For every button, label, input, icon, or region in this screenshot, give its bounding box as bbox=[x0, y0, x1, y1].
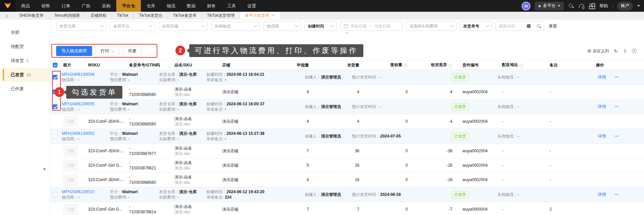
order-number-link[interactable]: MFH2406120010 bbox=[62, 190, 94, 194]
brand-logo[interactable] bbox=[0, 0, 15, 12]
filter-time-type-select[interactable]: 创建时间 bbox=[305, 21, 337, 31]
filter-warehouse-select[interactable]: 发货仓库 bbox=[56, 21, 107, 31]
chevron-down-icon bbox=[558, 5, 560, 7]
headset-support-icon[interactable] bbox=[578, 3, 585, 9]
detail-link[interactable]: 详情 bbox=[598, 133, 606, 139]
collapse-filters-caret-icon[interactable]: ▲ bbox=[346, 31, 349, 34]
tab-multiplatform-shipping-active[interactable]: 多平台发货单 × bbox=[240, 12, 280, 19]
more-actions-icon[interactable]: ⋯ bbox=[615, 192, 619, 197]
select-all-checkbox[interactable] bbox=[53, 63, 57, 67]
info-icon[interactable]: ? bbox=[403, 64, 408, 68]
search-button[interactable] bbox=[534, 22, 544, 31]
sidebar-item-all[interactable]: 全部 bbox=[0, 25, 50, 40]
filter-order-no-select[interactable]: 发货单号 bbox=[460, 21, 492, 31]
chevron-down-icon[interactable] bbox=[637, 5, 640, 7]
refresh-icon[interactable]: ↻ bbox=[614, 48, 618, 54]
search-input[interactable] bbox=[496, 24, 526, 29]
filter-label: 请选择头程费用 bbox=[409, 23, 438, 29]
sidebar-item-voided[interactable]: 已作废 bbox=[0, 82, 50, 96]
nav-item[interactable]: 物流 bbox=[161, 0, 181, 12]
ai-assistant-button[interactable]: AI bbox=[522, 2, 530, 10]
tab-tiktok-stock[interactable]: TikTok备货单 bbox=[168, 12, 202, 19]
row-checkbox[interactable] bbox=[53, 134, 57, 139]
close-icon[interactable]: × bbox=[272, 13, 275, 18]
shipped-qty: 7 bbox=[312, 207, 362, 212]
diff-qty: -26 bbox=[410, 163, 455, 168]
customize-columns-button[interactable]: ⚙ 自定义列 bbox=[587, 48, 609, 54]
diff-qty: -7 bbox=[410, 207, 455, 212]
sidebar-item-to-ship[interactable]: 待发货 5 bbox=[0, 54, 50, 68]
detail-link[interactable]: 详情 bbox=[598, 192, 606, 198]
col-header-name-sku: 品名/SKU bbox=[168, 62, 215, 68]
nav-item[interactable]: 订单 bbox=[56, 0, 76, 12]
tab-tiktok-delivery[interactable]: TikTok送货管理 bbox=[202, 12, 240, 19]
order-number-link[interactable]: MFH2406130005 bbox=[62, 102, 94, 106]
col-header-remark: 备注 bbox=[548, 62, 595, 68]
order-group-row: MFH2406120010物流商：- 平台：Walmart预估费用: - 发货仓… bbox=[50, 187, 644, 202]
filter-platform-select[interactable]: 全部平台 bbox=[110, 21, 155, 31]
more-actions-icon[interactable]: ⋯ bbox=[615, 75, 619, 79]
nav-item[interactable]: 财务 bbox=[201, 0, 222, 12]
filter-first-leg-select[interactable]: 头程物流 bbox=[211, 21, 260, 31]
info-icon[interactable]: ? bbox=[448, 64, 452, 68]
date-range-picker[interactable]: 开始日期 ~ 结束日期 bbox=[340, 21, 403, 31]
reset-button[interactable]: 重置 bbox=[549, 23, 557, 29]
chevron-down-icon bbox=[486, 23, 489, 27]
address-cell: - bbox=[500, 177, 548, 182]
filter-provider-select[interactable]: 物流商 bbox=[264, 21, 301, 31]
msku-cell: 323-ComF-3DHX-... bbox=[82, 119, 126, 124]
tab-temu-profit[interactable]: Temu利润报表 bbox=[49, 12, 85, 19]
download-icon[interactable]: ⇩ bbox=[623, 48, 627, 54]
declared-qty: 5 bbox=[265, 163, 312, 168]
nav-item[interactable]: 工具 bbox=[222, 0, 242, 12]
nav-item[interactable]: 广告 bbox=[76, 0, 96, 12]
nav-item[interactable]: 采购 bbox=[96, 0, 116, 12]
shop-cell: 演示店铺 bbox=[215, 177, 265, 183]
tab-tiktok[interactable]: TikTok bbox=[112, 12, 133, 19]
sku-row: 无图 323-ComF-Girl G... -710303876614 演示-品… bbox=[50, 202, 644, 215]
tab-shein-stock[interactable]: SHEIN备货单 bbox=[14, 12, 49, 19]
chevron-down-icon bbox=[100, 23, 104, 27]
declared-qty: 4 bbox=[265, 119, 312, 124]
help-icon[interactable]: ? bbox=[632, 49, 637, 53]
diff-qty: -36 bbox=[410, 149, 455, 153]
info-icon[interactable]: ? bbox=[519, 64, 523, 68]
gtin-cell: -710303988560 bbox=[126, 87, 168, 97]
tab-tiktok-shipping[interactable]: TikTok发货台 bbox=[133, 12, 167, 19]
tab-shop-auth[interactable]: 店铺授权 bbox=[85, 12, 112, 19]
address-cell: - bbox=[500, 163, 548, 168]
sidebar-collapse-icon[interactable]: ◂ bbox=[43, 166, 45, 171]
nav-item[interactable]: 仓库 bbox=[141, 0, 161, 12]
order-number-link[interactable]: MFH2406130006 bbox=[62, 72, 94, 77]
platform-switcher[interactable]: ◈ 多平台 bbox=[535, 2, 564, 10]
nav-item[interactable]: 设置 bbox=[242, 0, 262, 12]
customize-columns-label: 自定义列 bbox=[593, 48, 609, 54]
no-image-placeholder: 无图 bbox=[63, 160, 78, 171]
fuzzy-match-toggle[interactable]: 模 bbox=[526, 23, 533, 29]
more-actions-icon[interactable]: ⋯ bbox=[615, 104, 619, 109]
detail-link[interactable]: 详情 bbox=[598, 74, 606, 80]
more-actions-icon[interactable]: ⋯ bbox=[615, 134, 619, 139]
signed-qty: 0 bbox=[362, 119, 410, 124]
account-button[interactable]: 账户 bbox=[617, 2, 633, 10]
order-number-link[interactable]: MFH2406130002 bbox=[62, 131, 94, 136]
page-tabbar: ⌂ SHEIN备货单 Temu利润报表 店铺授权 TikTok TikTok发货… bbox=[0, 12, 644, 19]
shipped-qty: 26 bbox=[312, 163, 362, 168]
nav-item-active-platform-warehouse[interactable]: 平台仓 bbox=[116, 0, 141, 12]
help-link[interactable]: 帮助 bbox=[599, 3, 608, 9]
sidebar-item-shipped-active[interactable]: 已发货 35 bbox=[3, 68, 50, 82]
detail-link[interactable]: 详情 bbox=[598, 104, 606, 110]
filter-fee-select[interactable]: 请选择头程费用 bbox=[406, 21, 456, 31]
nav-item[interactable]: 数据 bbox=[181, 0, 201, 12]
home-icon[interactable]: ⌂ bbox=[0, 12, 14, 19]
filter-shop-select[interactable]: 全部店铺 bbox=[159, 21, 208, 31]
sidebar-item-label: 已作废 bbox=[11, 86, 24, 92]
nav-item[interactable]: 销售 bbox=[36, 0, 56, 12]
shipped-qty: 36 bbox=[312, 149, 362, 153]
search-icon[interactable] bbox=[568, 3, 574, 9]
col-header-shipped: 发货量 bbox=[312, 62, 362, 68]
nav-item[interactable]: 商品 bbox=[15, 0, 36, 12]
row-checkbox[interactable] bbox=[53, 192, 57, 197]
sidebar-item-to-allocate[interactable]: 待配货 bbox=[0, 40, 50, 54]
apps-grid-icon[interactable] bbox=[589, 3, 595, 9]
